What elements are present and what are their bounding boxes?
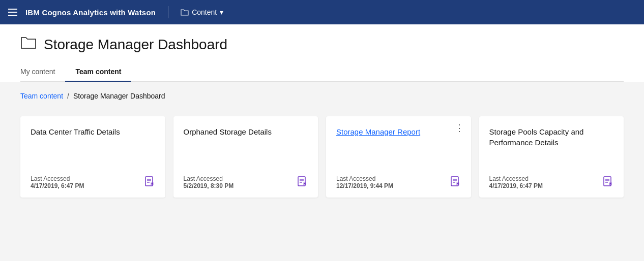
- card-title-data-center[interactable]: Data Center Traffic Details: [31, 126, 155, 167]
- svg-rect-11: [303, 182, 306, 185]
- card-storage-manager-report: ⋮ Storage Manager Report Last Accessed 1…: [326, 116, 471, 198]
- content-navigation[interactable]: Content ▾: [181, 8, 223, 16]
- content-chevron-icon: ▾: [220, 8, 223, 16]
- card-title-orphaned[interactable]: Orphaned Storage Details: [184, 126, 308, 167]
- breadcrumb-separator: /: [67, 92, 69, 100]
- breadcrumb-current-page: Storage Manager Dashboard: [73, 92, 165, 100]
- card-last-accessed-label-1: Last Accessed: [31, 175, 84, 182]
- card-report-icon-4: [602, 176, 613, 189]
- page-title: Storage Manager Dashboard: [44, 37, 227, 53]
- tab-team-content[interactable]: Team content: [65, 62, 131, 82]
- card-last-accessed-date-4: 4/17/2019, 6:47 PM: [489, 182, 543, 189]
- card-data-center-traffic: Data Center Traffic Details Last Accesse…: [20, 116, 165, 198]
- card-menu-button[interactable]: ⋮: [455, 123, 464, 133]
- content-label: Content: [192, 8, 217, 16]
- breadcrumb-team-content-link[interactable]: Team content: [20, 92, 63, 100]
- svg-rect-25: [609, 182, 612, 185]
- card-title-storage-report[interactable]: Storage Manager Report: [336, 126, 461, 137]
- card-report-icon-1: [144, 176, 155, 189]
- card-report-icon-2: [297, 176, 308, 189]
- card-orphaned-storage: Orphaned Storage Details Last Accessed 5…: [173, 116, 318, 198]
- card-last-accessed-date-3: 12/17/2019, 9:44 PM: [336, 182, 393, 189]
- card-last-accessed-date-1: 4/17/2019, 6:47 PM: [31, 182, 84, 189]
- page-header: Storage Manager Dashboard My content Tea…: [0, 24, 644, 82]
- svg-rect-4: [151, 182, 154, 185]
- svg-rect-18: [456, 182, 459, 185]
- tabs-container: My content Team content: [20, 62, 624, 82]
- hamburger-menu[interactable]: [8, 9, 17, 16]
- content-area: Team content / Storage Manager Dashboard…: [0, 82, 644, 259]
- nav-divider: [168, 6, 168, 18]
- card-last-accessed-label-3: Last Accessed: [336, 175, 393, 182]
- breadcrumb: Team content / Storage Manager Dashboard: [20, 92, 624, 100]
- card-last-accessed-label-2: Last Accessed: [184, 175, 234, 182]
- app-title: IBM Cognos Analytics with Watson: [25, 8, 156, 17]
- card-report-icon-3: [450, 176, 461, 189]
- page-folder-icon: [20, 35, 37, 54]
- cards-grid: Data Center Traffic Details Last Accesse…: [20, 116, 624, 198]
- card-title-storage-pools[interactable]: Storage Pools Capacity and Performance D…: [489, 126, 614, 167]
- card-storage-pools: Storage Pools Capacity and Performance D…: [479, 116, 624, 198]
- folder-icon: [181, 8, 189, 16]
- tab-my-content[interactable]: My content: [20, 62, 65, 82]
- top-navigation: IBM Cognos Analytics with Watson Content…: [0, 0, 644, 24]
- card-last-accessed-label-4: Last Accessed: [489, 175, 543, 182]
- card-last-accessed-date-2: 5/2/2019, 8:30 PM: [184, 182, 234, 189]
